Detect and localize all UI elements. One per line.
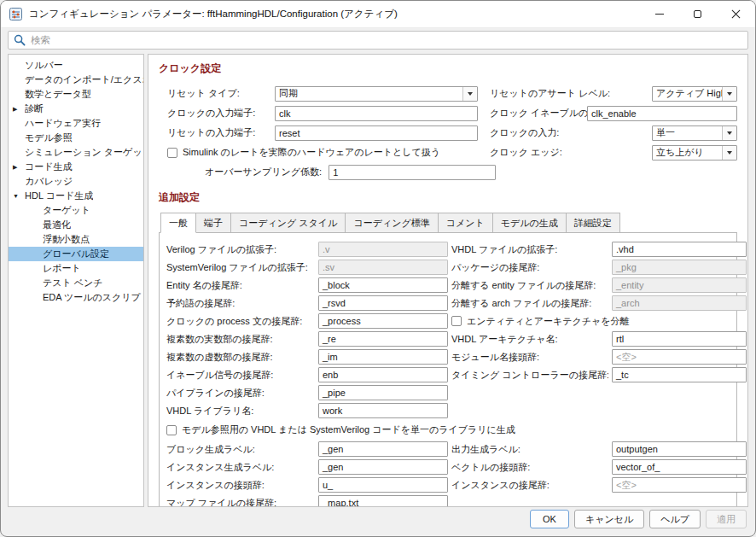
dropdown-value: 同期 xyxy=(276,87,462,101)
sidebar-item[interactable]: ターゲット xyxy=(9,203,143,218)
chevron-right-icon[interactable]: ▶ xyxy=(13,164,25,171)
close-icon xyxy=(731,9,741,19)
sidebar-item-label: 数学とデータ型 xyxy=(25,88,91,101)
field-label: 複素数の虚数部の接尾辞: xyxy=(166,351,315,364)
text-field[interactable]: <空> xyxy=(612,477,747,493)
maximize-button[interactable] xyxy=(678,1,717,27)
search-box[interactable] xyxy=(8,31,748,50)
text-field[interactable]: vector_of_ xyxy=(612,459,747,475)
search-icon xyxy=(14,34,26,46)
reset-type-dropdown[interactable]: 同期 xyxy=(275,86,478,102)
sidebar-item[interactable]: ソルバー xyxy=(9,58,143,73)
tab-1[interactable]: 端子 xyxy=(195,213,231,233)
checkbox-label: エンティティとアーキテクチャを分離 xyxy=(467,315,630,328)
dropdown-value: アクティブ High xyxy=(653,87,722,101)
sidebar-item[interactable]: グローバル設定 xyxy=(9,247,143,261)
text-field[interactable]: _map.txt xyxy=(318,495,448,507)
reset-type-row: リセット タイプ: 同期 リセットのアサート レベル: アクティブ High xyxy=(167,84,737,103)
sidebar-item[interactable]: レポート xyxy=(9,261,143,276)
chevron-down-icon[interactable]: ▼ xyxy=(13,193,25,199)
text-field[interactable]: _block xyxy=(318,277,448,293)
tab-3[interactable]: コーディング標準 xyxy=(345,213,438,233)
chevron-right-icon[interactable]: ▶ xyxy=(13,106,25,113)
reset-input-port-field[interactable]: reset xyxy=(275,125,478,141)
text-field[interactable]: _gen xyxy=(318,441,448,457)
treat-rates-checkbox[interactable]: Simulink のレートを実際のハードウェアのレートとして扱う xyxy=(167,146,440,159)
sidebar-item[interactable]: テスト ベンチ xyxy=(9,276,143,290)
field-label: オーバーサンプリング係数: xyxy=(205,166,322,178)
sidebar-item[interactable]: 最適化 xyxy=(9,218,143,232)
field-label: クロックの入力: xyxy=(490,126,559,139)
sidebar-item[interactable]: モデル参照 xyxy=(9,131,143,145)
sidebar-item[interactable]: ハードウェア実行 xyxy=(9,116,143,131)
cancel-button[interactable]: キャンセル xyxy=(574,510,644,528)
field-label: クロックの process 文の接尾辞: xyxy=(166,315,315,328)
title-bar: コンフィギュレーション パラメーター: fftHammingHDL/Config… xyxy=(1,1,755,28)
text-field[interactable]: _process xyxy=(318,313,448,329)
sidebar-item[interactable]: ▶診断 xyxy=(9,102,143,116)
clock-enable-input-port-field[interactable]: clk_enable xyxy=(587,106,737,121)
clock-edge-dropdown[interactable]: 立ち上がり xyxy=(652,145,737,161)
footer: OK キャンセル ヘルプ 適用 xyxy=(1,507,755,536)
clock-inputs-dropdown[interactable]: 単一 xyxy=(652,125,737,141)
general-tab-content: Verilog ファイルの拡張子:.vVHDL ファイルの拡張子:.vhdSys… xyxy=(159,232,737,507)
text-field[interactable]: .vhd xyxy=(612,242,747,257)
oversampling-field[interactable]: 1 xyxy=(329,165,496,180)
text-field: _pkg xyxy=(612,260,747,275)
text-field[interactable]: _re xyxy=(318,331,448,347)
clock-input-port-field[interactable]: clk xyxy=(275,106,478,121)
clock-settings-title: クロック設定 xyxy=(159,61,737,76)
sidebar-item-label: カバレッジ xyxy=(25,175,73,188)
sidebar-item-label: レポート xyxy=(43,262,81,275)
oversampling-row: オーバーサンプリング係数: 1 xyxy=(167,162,737,182)
sidebar-item[interactable]: カバレッジ xyxy=(9,174,143,189)
sidebar-item[interactable]: ▼HDL コード生成 xyxy=(9,189,143,203)
separate-entity-arch-checkbox[interactable]: エンティティとアーキテクチャを分離 xyxy=(451,315,747,328)
sidebar-item-label: 浮動小数点 xyxy=(43,233,90,246)
sidebar-item[interactable]: 浮動小数点 xyxy=(9,232,143,247)
sidebar-item[interactable]: 数学とデータ型 xyxy=(9,87,143,102)
tab-2[interactable]: コーディング スタイル xyxy=(230,213,346,233)
single-library-checkbox[interactable]: モデル参照用の VHDL または SystemVerilog コードを単一のライ… xyxy=(166,421,747,439)
ok-button[interactable]: OK xyxy=(530,510,569,528)
text-field[interactable]: u_ xyxy=(318,477,448,493)
text-field[interactable]: _gen xyxy=(318,459,448,475)
sidebar-item-label: 最適化 xyxy=(43,219,71,231)
text-field[interactable]: _tc xyxy=(612,367,747,382)
tab-0[interactable]: 一般 xyxy=(160,213,196,233)
field-label: 分離する arch ファイルの接尾辞: xyxy=(451,297,608,310)
sidebar-item-label: コード生成 xyxy=(25,161,73,173)
help-button[interactable]: ヘルプ xyxy=(649,510,701,528)
text-field[interactable]: work xyxy=(318,403,448,418)
text-field[interactable]: outputgen xyxy=(612,441,747,457)
window-title: コンフィギュレーション パラメーター: fftHammingHDL/Config… xyxy=(29,8,398,20)
minimize-button[interactable] xyxy=(640,1,678,27)
tab-4[interactable]: コメント xyxy=(438,213,493,233)
text-field[interactable]: _rsvd xyxy=(318,295,448,311)
sidebar-item[interactable]: データのインポート/エクスポート xyxy=(9,73,143,87)
checkbox-box xyxy=(167,148,177,158)
tab-6[interactable]: 詳細設定 xyxy=(566,213,620,233)
text-field[interactable]: _im xyxy=(318,349,448,365)
general-tab-grid: Verilog ファイルの拡張子:.vVHDL ファイルの拡張子:.vhdSys… xyxy=(166,242,730,507)
field-label: リセットのアサート レベル: xyxy=(490,87,610,100)
sidebar-item[interactable]: EDA ツールのスクリプト xyxy=(9,290,143,305)
dropdown-value: 単一 xyxy=(653,126,722,140)
close-button[interactable] xyxy=(717,1,755,27)
search-input[interactable] xyxy=(31,35,742,45)
field-label: Entity 名の接尾辞: xyxy=(166,279,315,292)
tab-5[interactable]: モデルの生成 xyxy=(492,213,567,233)
sidebar-item[interactable]: ▶コード生成 xyxy=(9,160,143,174)
text-field[interactable]: rtl xyxy=(612,331,747,347)
main-panel: クロック設定 リセット タイプ: 同期 リセットのアサート レベル: アクティブ… xyxy=(148,54,748,507)
reset-assert-level-dropdown[interactable]: アクティブ High xyxy=(652,86,737,102)
field-label: クロック エッジ: xyxy=(490,146,562,159)
text-field[interactable]: enb xyxy=(318,367,448,382)
sidebar-item[interactable]: シミュレーション ターゲット xyxy=(9,145,143,160)
treat-rates-row: Simulink のレートを実際のハードウェアのレートとして扱う クロック エッ… xyxy=(167,143,737,162)
field-label: VHDL ファイルの拡張子: xyxy=(451,243,608,256)
search-bar xyxy=(1,28,755,54)
text-field[interactable]: _pipe xyxy=(318,385,448,400)
text-field[interactable]: <空> xyxy=(612,349,747,365)
clock-settings-section: リセット タイプ: 同期 リセットのアサート レベル: アクティブ High ク… xyxy=(159,84,737,182)
